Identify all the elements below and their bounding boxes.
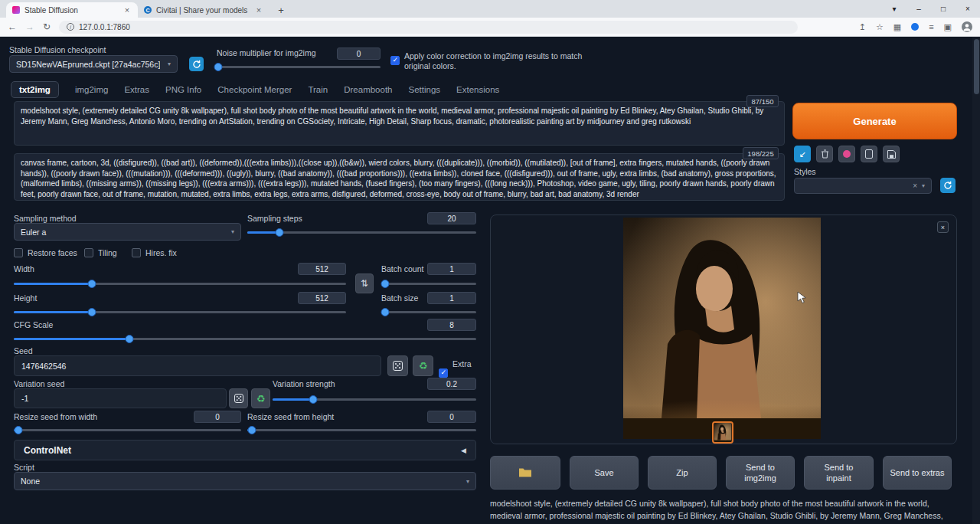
tab-train[interactable]: Train — [308, 85, 328, 94]
tiling-checkbox[interactable] — [84, 248, 93, 257]
scrollbar-thumb[interactable] — [974, 39, 979, 94]
cfg-scale-value[interactable]: 8 — [427, 319, 476, 331]
script-select[interactable]: None ▾ — [14, 472, 476, 490]
apply-style-button[interactable] — [861, 146, 877, 162]
extra-networks-button[interactable] — [838, 146, 855, 162]
random-seed-button[interactable] — [387, 355, 408, 376]
width-slider[interactable] — [14, 280, 346, 288]
variation-strength-value[interactable]: 0.2 — [427, 378, 476, 390]
close-image-button[interactable]: × — [937, 221, 949, 233]
resize-seed-height-slider[interactable] — [247, 426, 476, 434]
tab-close-icon[interactable]: × — [254, 5, 263, 15]
noise-multiplier-slider[interactable] — [217, 63, 381, 71]
tab-txt2img[interactable]: txt2img — [11, 81, 59, 98]
batch-size-slider[interactable] — [381, 308, 476, 316]
height-value[interactable]: 512 — [298, 292, 346, 304]
resize-seed-width-slider[interactable] — [14, 426, 241, 434]
floppy-icon — [887, 150, 896, 159]
media-extension-icon[interactable] — [911, 23, 919, 31]
checkpoint-refresh-button[interactable] — [189, 57, 204, 71]
negative-prompt-input[interactable]: canvas frame, cartoon, 3d, ((disfigured)… — [14, 153, 785, 201]
resize-seed-height-value[interactable]: 0 — [427, 411, 476, 423]
batch-count-slider[interactable] — [381, 280, 476, 288]
checkpoint-select[interactable]: SD15NewVAEpruned.ckpt [27a4ac756c] ▾ — [9, 55, 178, 73]
profile-avatar[interactable] — [962, 21, 972, 32]
address-bar[interactable]: i 127.0.0.1:7860 — [59, 21, 798, 34]
apps-grid-icon[interactable]: ▦ — [893, 22, 901, 32]
seed-label: Seed — [14, 346, 33, 355]
hires-fix-option[interactable]: Hires. fix — [132, 248, 177, 257]
reuse-variation-seed-button[interactable]: ♻ — [251, 388, 270, 408]
folder-icon — [518, 467, 532, 478]
side-panel-icon[interactable]: ▣ — [944, 22, 952, 32]
script-value: None — [21, 477, 40, 486]
send-to-extras-button[interactable]: Send to extras — [883, 456, 952, 490]
send-to-inpaint-button[interactable]: Send to inpaint — [804, 456, 874, 490]
tab-img2img[interactable]: img2img — [75, 85, 108, 94]
sampling-steps-value[interactable]: 20 — [427, 212, 476, 224]
variation-strength-slider[interactable] — [273, 395, 476, 404]
restore-faces-option[interactable]: Restore faces — [14, 248, 77, 257]
hires-fix-checkbox[interactable] — [132, 248, 141, 257]
share-icon[interactable]: ↥ — [859, 22, 866, 32]
extra-seed-checkbox[interactable] — [439, 368, 448, 378]
sampling-method-select[interactable]: Euler a ▾ — [14, 223, 241, 241]
refresh-page-icon[interactable]: ↻ — [43, 21, 51, 32]
thumbnail-image — [714, 423, 732, 442]
resize-seed-width-value[interactable]: 0 — [194, 411, 241, 423]
save-style-button[interactable] — [883, 146, 900, 162]
tab-extensions[interactable]: Extensions — [456, 85, 499, 94]
site-info-icon[interactable]: i — [67, 23, 74, 31]
negative-prompt-container: canvas frame, cartoon, 3d, ((disfigured)… — [14, 153, 785, 201]
restore-faces-checkbox[interactable] — [14, 248, 23, 257]
bookmark-star-icon[interactable]: ☆ — [876, 22, 884, 32]
paste-params-button[interactable]: ↙ — [794, 146, 811, 162]
back-icon[interactable]: ← — [8, 21, 17, 32]
color-correction-checkbox[interactable] — [390, 56, 400, 65]
styles-refresh-button[interactable] — [940, 178, 956, 193]
tab-checkpoint-merger[interactable]: Checkpoint Merger — [217, 85, 292, 94]
controlnet-accordion[interactable]: ControlNet ◀ — [14, 440, 476, 460]
clear-styles-icon[interactable]: × — [913, 182, 917, 190]
window-minimize-icon[interactable]: – — [906, 0, 931, 18]
tab-close-icon[interactable]: × — [122, 5, 132, 15]
tab-png-info[interactable]: PNG Info — [165, 85, 201, 94]
new-tab-button[interactable]: + — [274, 3, 288, 17]
tab-extras[interactable]: Extras — [124, 85, 149, 94]
forward-icon[interactable]: → — [25, 21, 34, 32]
tab-dreambooth[interactable]: Dreambooth — [344, 85, 392, 94]
stable-diffusion-webui: Stable Diffusion checkpoint SD15NewVAEpr… — [0, 37, 980, 524]
height-slider[interactable] — [14, 308, 346, 316]
prompt-input[interactable]: modelshoot style, (extremely detailed CG… — [14, 101, 785, 146]
browser-tab-civitai[interactable]: C Civitai | Share your models × — [138, 2, 270, 18]
sampling-steps-slider[interactable] — [247, 228, 476, 237]
swap-dimensions-button[interactable]: ⇅ — [355, 273, 374, 293]
gallery-thumbnail[interactable] — [712, 421, 733, 444]
noise-multiplier-value[interactable]: 0 — [337, 47, 381, 60]
variation-seed-input[interactable] — [14, 388, 227, 408]
seed-input[interactable] — [14, 355, 381, 376]
window-close-icon[interactable]: × — [956, 0, 980, 18]
generate-button[interactable]: Generate — [792, 103, 957, 139]
clear-prompt-button[interactable] — [816, 146, 833, 162]
window-maximize-icon[interactable]: □ — [931, 0, 956, 18]
reuse-seed-button[interactable]: ♻ — [413, 355, 433, 376]
window-menu-icon[interactable]: ▾ — [882, 0, 906, 18]
batch-count-value[interactable]: 1 — [427, 263, 476, 275]
tiling-option[interactable]: Tiling — [84, 248, 117, 257]
save-button[interactable]: Save — [570, 456, 639, 490]
batch-size-value[interactable]: 1 — [427, 292, 476, 304]
width-value[interactable]: 512 — [298, 263, 346, 275]
zip-button[interactable]: Zip — [648, 456, 717, 490]
cfg-scale-slider[interactable] — [14, 335, 476, 343]
tab-settings[interactable]: Settings — [409, 85, 441, 94]
random-variation-seed-button[interactable] — [229, 388, 248, 408]
browser-tab-stable-diffusion[interactable]: Stable Diffusion × — [6, 2, 138, 18]
refresh-icon — [943, 181, 952, 190]
styles-select[interactable]: × ▾ — [794, 178, 932, 194]
page-scrollbar[interactable] — [972, 37, 980, 524]
generated-image[interactable] — [623, 218, 821, 439]
extensions-list-icon[interactable]: ≡ — [929, 22, 933, 31]
open-folder-button[interactable] — [490, 456, 560, 490]
send-to-img2img-button[interactable]: Send to img2img — [726, 456, 795, 490]
